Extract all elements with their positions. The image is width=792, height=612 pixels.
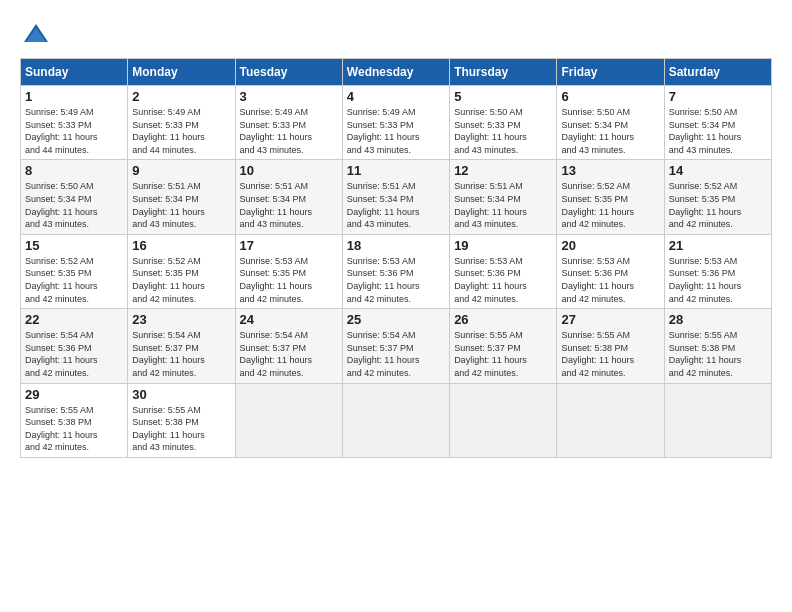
- day-info: Sunrise: 5:52 AM Sunset: 5:35 PM Dayligh…: [669, 180, 767, 230]
- header-cell-thursday: Thursday: [450, 59, 557, 86]
- day-info: Sunrise: 5:53 AM Sunset: 5:36 PM Dayligh…: [669, 255, 767, 305]
- day-number: 28: [669, 312, 767, 327]
- calendar-cell: 5Sunrise: 5:50 AM Sunset: 5:33 PM Daylig…: [450, 86, 557, 160]
- header-cell-tuesday: Tuesday: [235, 59, 342, 86]
- calendar-cell: 16Sunrise: 5:52 AM Sunset: 5:35 PM Dayli…: [128, 234, 235, 308]
- logo-icon: [22, 20, 50, 48]
- calendar-cell: 3Sunrise: 5:49 AM Sunset: 5:33 PM Daylig…: [235, 86, 342, 160]
- calendar-cell: 19Sunrise: 5:53 AM Sunset: 5:36 PM Dayli…: [450, 234, 557, 308]
- calendar-week-3: 15Sunrise: 5:52 AM Sunset: 5:35 PM Dayli…: [21, 234, 772, 308]
- calendar-cell: 25Sunrise: 5:54 AM Sunset: 5:37 PM Dayli…: [342, 309, 449, 383]
- calendar-week-1: 1Sunrise: 5:49 AM Sunset: 5:33 PM Daylig…: [21, 86, 772, 160]
- day-info: Sunrise: 5:49 AM Sunset: 5:33 PM Dayligh…: [240, 106, 338, 156]
- calendar-cell: 29Sunrise: 5:55 AM Sunset: 5:38 PM Dayli…: [21, 383, 128, 457]
- day-info: Sunrise: 5:50 AM Sunset: 5:34 PM Dayligh…: [25, 180, 123, 230]
- day-number: 5: [454, 89, 552, 104]
- header-cell-wednesday: Wednesday: [342, 59, 449, 86]
- day-info: Sunrise: 5:51 AM Sunset: 5:34 PM Dayligh…: [132, 180, 230, 230]
- day-info: Sunrise: 5:52 AM Sunset: 5:35 PM Dayligh…: [25, 255, 123, 305]
- header-cell-friday: Friday: [557, 59, 664, 86]
- day-info: Sunrise: 5:50 AM Sunset: 5:34 PM Dayligh…: [561, 106, 659, 156]
- day-number: 3: [240, 89, 338, 104]
- day-number: 18: [347, 238, 445, 253]
- calendar-week-5: 29Sunrise: 5:55 AM Sunset: 5:38 PM Dayli…: [21, 383, 772, 457]
- calendar-cell: 27Sunrise: 5:55 AM Sunset: 5:38 PM Dayli…: [557, 309, 664, 383]
- calendar-cell: 13Sunrise: 5:52 AM Sunset: 5:35 PM Dayli…: [557, 160, 664, 234]
- day-number: 23: [132, 312, 230, 327]
- day-number: 26: [454, 312, 552, 327]
- day-info: Sunrise: 5:55 AM Sunset: 5:37 PM Dayligh…: [454, 329, 552, 379]
- calendar-cell: 23Sunrise: 5:54 AM Sunset: 5:37 PM Dayli…: [128, 309, 235, 383]
- header-row: SundayMondayTuesdayWednesdayThursdayFrid…: [21, 59, 772, 86]
- day-info: Sunrise: 5:55 AM Sunset: 5:38 PM Dayligh…: [561, 329, 659, 379]
- calendar-cell: 15Sunrise: 5:52 AM Sunset: 5:35 PM Dayli…: [21, 234, 128, 308]
- calendar-cell: 28Sunrise: 5:55 AM Sunset: 5:38 PM Dayli…: [664, 309, 771, 383]
- day-info: Sunrise: 5:54 AM Sunset: 5:36 PM Dayligh…: [25, 329, 123, 379]
- day-number: 8: [25, 163, 123, 178]
- calendar-cell: 26Sunrise: 5:55 AM Sunset: 5:37 PM Dayli…: [450, 309, 557, 383]
- calendar-cell: 9Sunrise: 5:51 AM Sunset: 5:34 PM Daylig…: [128, 160, 235, 234]
- day-number: 9: [132, 163, 230, 178]
- day-number: 24: [240, 312, 338, 327]
- day-number: 11: [347, 163, 445, 178]
- calendar-cell: 4Sunrise: 5:49 AM Sunset: 5:33 PM Daylig…: [342, 86, 449, 160]
- calendar-week-4: 22Sunrise: 5:54 AM Sunset: 5:36 PM Dayli…: [21, 309, 772, 383]
- calendar-cell: 22Sunrise: 5:54 AM Sunset: 5:36 PM Dayli…: [21, 309, 128, 383]
- day-number: 21: [669, 238, 767, 253]
- day-number: 6: [561, 89, 659, 104]
- calendar-cell: [557, 383, 664, 457]
- day-number: 27: [561, 312, 659, 327]
- day-number: 2: [132, 89, 230, 104]
- day-info: Sunrise: 5:55 AM Sunset: 5:38 PM Dayligh…: [669, 329, 767, 379]
- calendar-cell: 21Sunrise: 5:53 AM Sunset: 5:36 PM Dayli…: [664, 234, 771, 308]
- day-info: Sunrise: 5:54 AM Sunset: 5:37 PM Dayligh…: [240, 329, 338, 379]
- day-info: Sunrise: 5:51 AM Sunset: 5:34 PM Dayligh…: [454, 180, 552, 230]
- calendar-cell: 8Sunrise: 5:50 AM Sunset: 5:34 PM Daylig…: [21, 160, 128, 234]
- header-cell-monday: Monday: [128, 59, 235, 86]
- calendar-cell: [450, 383, 557, 457]
- day-number: 30: [132, 387, 230, 402]
- header-cell-sunday: Sunday: [21, 59, 128, 86]
- day-info: Sunrise: 5:50 AM Sunset: 5:34 PM Dayligh…: [669, 106, 767, 156]
- day-number: 7: [669, 89, 767, 104]
- day-info: Sunrise: 5:53 AM Sunset: 5:36 PM Dayligh…: [454, 255, 552, 305]
- calendar-week-2: 8Sunrise: 5:50 AM Sunset: 5:34 PM Daylig…: [21, 160, 772, 234]
- day-info: Sunrise: 5:51 AM Sunset: 5:34 PM Dayligh…: [240, 180, 338, 230]
- day-number: 10: [240, 163, 338, 178]
- calendar-cell: [342, 383, 449, 457]
- calendar-cell: 10Sunrise: 5:51 AM Sunset: 5:34 PM Dayli…: [235, 160, 342, 234]
- calendar-cell: 24Sunrise: 5:54 AM Sunset: 5:37 PM Dayli…: [235, 309, 342, 383]
- day-number: 13: [561, 163, 659, 178]
- day-info: Sunrise: 5:52 AM Sunset: 5:35 PM Dayligh…: [561, 180, 659, 230]
- calendar-cell: 1Sunrise: 5:49 AM Sunset: 5:33 PM Daylig…: [21, 86, 128, 160]
- day-info: Sunrise: 5:50 AM Sunset: 5:33 PM Dayligh…: [454, 106, 552, 156]
- day-number: 25: [347, 312, 445, 327]
- calendar-cell: 6Sunrise: 5:50 AM Sunset: 5:34 PM Daylig…: [557, 86, 664, 160]
- day-number: 29: [25, 387, 123, 402]
- calendar-cell: 30Sunrise: 5:55 AM Sunset: 5:38 PM Dayli…: [128, 383, 235, 457]
- day-info: Sunrise: 5:49 AM Sunset: 5:33 PM Dayligh…: [25, 106, 123, 156]
- day-number: 1: [25, 89, 123, 104]
- day-info: Sunrise: 5:53 AM Sunset: 5:36 PM Dayligh…: [561, 255, 659, 305]
- calendar-cell: 17Sunrise: 5:53 AM Sunset: 5:35 PM Dayli…: [235, 234, 342, 308]
- calendar-cell: 7Sunrise: 5:50 AM Sunset: 5:34 PM Daylig…: [664, 86, 771, 160]
- day-info: Sunrise: 5:53 AM Sunset: 5:35 PM Dayligh…: [240, 255, 338, 305]
- calendar-cell: 14Sunrise: 5:52 AM Sunset: 5:35 PM Dayli…: [664, 160, 771, 234]
- day-number: 14: [669, 163, 767, 178]
- calendar-header: SundayMondayTuesdayWednesdayThursdayFrid…: [21, 59, 772, 86]
- day-info: Sunrise: 5:54 AM Sunset: 5:37 PM Dayligh…: [347, 329, 445, 379]
- calendar-cell: [235, 383, 342, 457]
- calendar-cell: 2Sunrise: 5:49 AM Sunset: 5:33 PM Daylig…: [128, 86, 235, 160]
- calendar-cell: 18Sunrise: 5:53 AM Sunset: 5:36 PM Dayli…: [342, 234, 449, 308]
- day-info: Sunrise: 5:55 AM Sunset: 5:38 PM Dayligh…: [132, 404, 230, 454]
- day-number: 16: [132, 238, 230, 253]
- logo: [20, 20, 50, 48]
- day-number: 4: [347, 89, 445, 104]
- calendar-body: 1Sunrise: 5:49 AM Sunset: 5:33 PM Daylig…: [21, 86, 772, 458]
- day-info: Sunrise: 5:54 AM Sunset: 5:37 PM Dayligh…: [132, 329, 230, 379]
- calendar-cell: 20Sunrise: 5:53 AM Sunset: 5:36 PM Dayli…: [557, 234, 664, 308]
- day-number: 20: [561, 238, 659, 253]
- day-number: 12: [454, 163, 552, 178]
- day-info: Sunrise: 5:52 AM Sunset: 5:35 PM Dayligh…: [132, 255, 230, 305]
- day-number: 15: [25, 238, 123, 253]
